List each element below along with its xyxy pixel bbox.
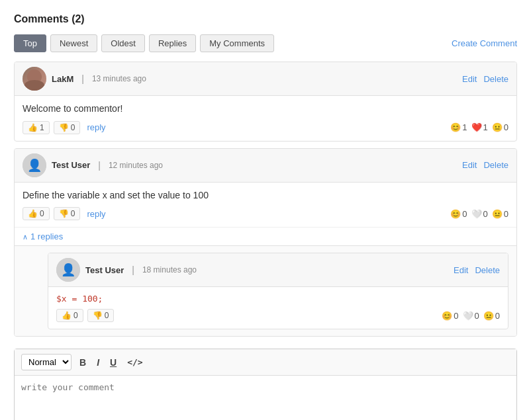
emoji-circle-reaction: 😐 0	[492, 209, 508, 219]
thumbs-down-button[interactable]: 👎 0	[54, 207, 81, 220]
reply-link[interactable]: reply	[87, 209, 105, 219]
reply-author: Test User	[85, 265, 124, 275]
reply-item: 👤 Test User | 18 minutes ago Edit Delete…	[48, 253, 508, 329]
comment-editor: Normal B I U </>	[14, 349, 517, 420]
chevron-up-icon	[23, 231, 28, 241]
edit-reply-link[interactable]: Edit	[454, 265, 468, 275]
reply-timestamp: 18 minutes ago	[142, 265, 197, 274]
emoji-heart-reaction: 🤍 0	[471, 209, 488, 219]
smiley-icon: 😊	[450, 122, 461, 132]
thumbs-up-icon: 👍	[28, 209, 38, 218]
comments-page: Comments (2) Top Newest Oldest Replies M…	[14, 13, 517, 420]
thumbs-up-icon: 👍	[28, 123, 38, 132]
filter-top[interactable]: Top	[14, 34, 46, 52]
comment-timestamp: 12 minutes ago	[109, 161, 163, 170]
thumbs-up-count: 1	[40, 123, 44, 132]
thumbs-down-button[interactable]: 👎 0	[54, 121, 81, 134]
comment-actions: Edit Delete	[462, 74, 508, 84]
smiley-icon: 😊	[442, 311, 452, 321]
heart-icon: 🤍	[471, 209, 482, 219]
reply-actions: Edit Delete	[454, 265, 500, 275]
editor-toolbar: Normal B I U </>	[15, 349, 516, 376]
circle-icon: 😐	[483, 311, 494, 321]
comment-item: LakM | 13 minutes ago Edit Delete Welcom…	[14, 62, 517, 142]
circle-icon: 😐	[492, 122, 503, 132]
comment-body: Welcome to commentor! 👍 1 👎 0 reply 😊	[15, 96, 516, 141]
delete-comment-link[interactable]: Delete	[483, 160, 508, 170]
emoji-smiley-reaction: 😊 1	[450, 122, 467, 132]
editor-area	[15, 376, 516, 420]
emoji-heart-reaction: ❤️ 1	[471, 122, 488, 132]
circle-icon: 😐	[492, 209, 503, 219]
comment-header: 👤 Test User | 12 minutes ago Edit Delete	[15, 149, 516, 183]
filter-my-comments[interactable]: My Comments	[200, 34, 274, 52]
thumbs-up-icon: 👍	[62, 311, 72, 320]
filter-buttons: Top Newest Oldest Replies My Comments	[14, 34, 274, 52]
comment-input[interactable]	[21, 382, 510, 420]
comment-author: Test User	[52, 160, 90, 170]
heart-icon: ❤️	[471, 122, 482, 132]
reply-code: $x = 100;	[56, 294, 500, 304]
thumbs-down-button[interactable]: 👎 0	[87, 309, 115, 322]
underline-button[interactable]: U	[107, 356, 119, 369]
comment-body: Define the variable x and set the value …	[15, 183, 516, 228]
comment-text: Define the variable x and set the value …	[23, 189, 508, 202]
italic-button[interactable]: I	[94, 356, 102, 369]
thumbs-down-icon: 👎	[59, 123, 69, 132]
comment-author: LakM	[52, 74, 73, 84]
delete-reply-link[interactable]: Delete	[475, 265, 500, 275]
comment-actions: Edit Delete	[462, 160, 508, 170]
heart-icon: 🤍	[463, 311, 473, 321]
emoji-circle-reaction: 😐 0	[492, 122, 508, 132]
avatar: 👤	[56, 258, 80, 282]
format-select[interactable]: Normal	[21, 354, 72, 370]
filter-replies[interactable]: Replies	[149, 34, 196, 52]
edit-comment-link[interactable]: Edit	[462, 74, 477, 84]
thumbs-up-button[interactable]: 👍 0	[23, 207, 50, 220]
delete-comment-link[interactable]: Delete	[483, 74, 508, 84]
reply-header: 👤 Test User | 18 minutes ago Edit Delete	[48, 253, 508, 287]
reply-link[interactable]: reply	[87, 122, 105, 132]
filter-oldest[interactable]: Oldest	[101, 34, 145, 52]
thumbs-down-count: 0	[71, 123, 75, 132]
thumbs-down-icon: 👎	[93, 311, 103, 320]
reply-reaction-bar: 👍 0 👎 0 😊 0	[56, 309, 500, 322]
avatar-icon: 👤	[27, 158, 42, 173]
smiley-icon: 😊	[450, 209, 461, 219]
emoji-smiley-reaction: 😊 0	[442, 311, 458, 321]
emoji-circle-reaction: 😐 0	[483, 311, 500, 321]
avatar-icon: 👤	[61, 263, 75, 277]
reaction-bar: 👍 0 👎 0 reply 😊 0 🤍	[23, 207, 508, 220]
emoji-heart-reaction: 🤍 0	[463, 311, 479, 321]
avatar	[23, 67, 46, 91]
comment-timestamp: 13 minutes ago	[92, 74, 146, 83]
replies-count: 1 replies	[30, 231, 63, 241]
bold-button[interactable]: B	[77, 356, 89, 369]
code-button[interactable]: </>	[124, 356, 145, 368]
replies-toggle[interactable]: 1 replies	[15, 227, 516, 245]
thumbs-up-button[interactable]: 👍 0	[56, 309, 83, 322]
comment-item: 👤 Test User | 12 minutes ago Edit Delete…	[14, 148, 517, 337]
comment-header: LakM | 13 minutes ago Edit Delete	[15, 62, 516, 96]
thumbs-down-icon: 👎	[59, 209, 69, 218]
reaction-bar: 👍 1 👎 0 reply 😊 1 ❤️	[23, 121, 508, 134]
comments-title: Comments (2)	[14, 13, 517, 25]
avatar: 👤	[23, 153, 46, 177]
comment-text: Welcome to commentor!	[23, 103, 508, 116]
thumbs-up-button[interactable]: 👍 1	[23, 121, 50, 134]
replies-container: 👤 Test User | 18 minutes ago Edit Delete…	[15, 245, 516, 336]
reply-body: $x = 100; 👍 0 👎 0	[48, 287, 508, 329]
create-comment-link[interactable]: Create Comment	[452, 38, 517, 48]
edit-comment-link[interactable]: Edit	[462, 160, 477, 170]
emoji-smiley-reaction: 😊 0	[450, 209, 467, 219]
filter-bar: Top Newest Oldest Replies My Comments Cr…	[14, 34, 517, 52]
filter-newest[interactable]: Newest	[50, 34, 97, 52]
